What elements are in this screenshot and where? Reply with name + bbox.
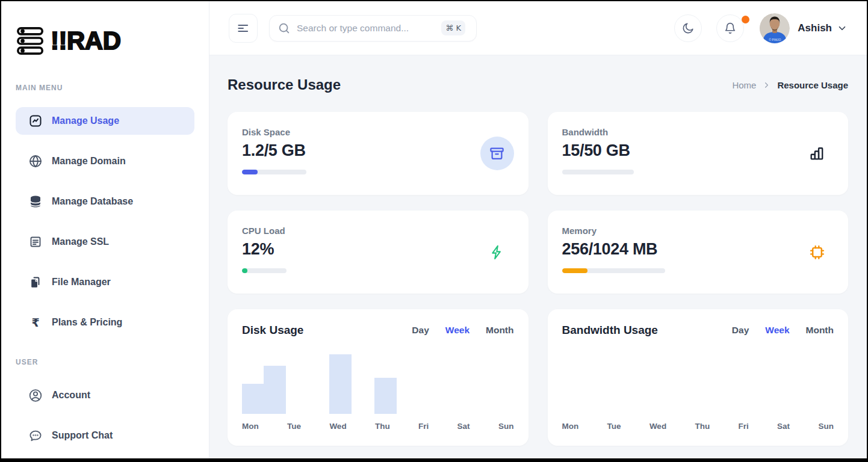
stat-label: Bandwidth (562, 127, 834, 137)
brand-name: !!RAD (51, 26, 120, 55)
chevron-down-icon[interactable] (837, 23, 848, 34)
sidebar-item-manage-ssl[interactable]: Manage SSL (16, 228, 194, 256)
search-placeholder: Search or type command... (297, 23, 409, 34)
sidebar-item-manage-domain[interactable]: Manage Domain (16, 147, 194, 175)
breadcrumb: Home Resource Usage (732, 80, 848, 90)
search-input[interactable]: Search or type command... ⌘ K (269, 15, 477, 42)
breadcrumb-current: Resource Usage (777, 80, 848, 90)
globe-icon (28, 154, 43, 168)
sidebar-item-account[interactable]: Account (16, 381, 194, 409)
sidebar-item-support-chat[interactable]: Support Chat (16, 422, 194, 449)
document-icon (28, 235, 43, 249)
sidebar-item-manage-usage[interactable]: Manage Usage (16, 107, 194, 135)
brand-logo[interactable]: !!RAD (16, 26, 194, 56)
files-icon (28, 275, 43, 289)
rupee-icon: ₹ (28, 315, 43, 330)
sidebar-toggle-button[interactable] (229, 14, 258, 43)
disk-usage-chart-card: Disk Usage Day Week Month (228, 309, 529, 446)
sidebar-section-user: USER (16, 358, 194, 366)
bar-tue (264, 366, 286, 414)
username: Ashish (798, 22, 832, 34)
main-content: Resource Usage Home Resource Usage Disk … (209, 55, 867, 458)
stat-value: 256/1024 MB (562, 240, 834, 259)
sidebar-item-plans-pricing[interactable]: ₹ Plans & Pricing (16, 309, 194, 336)
stat-value: 15/50 GB (562, 141, 834, 160)
disk-space-card: Disk Space 1.2/5 GB (228, 112, 529, 195)
bar-mon (242, 384, 264, 414)
bell-icon (724, 22, 737, 35)
bandwidth-usage-plot (562, 324, 834, 414)
cpu-progress-bar (242, 268, 287, 273)
breadcrumb-home-link[interactable]: Home (732, 80, 756, 90)
bar-thu (374, 378, 397, 414)
cpu-load-card: CPU Load 12% (228, 211, 529, 294)
bar-chart-icon (800, 137, 834, 170)
bolt-icon (480, 235, 514, 269)
bandwidth-progress-bar (562, 170, 634, 174)
disk-progress-bar (242, 170, 306, 174)
notifications-button[interactable] (716, 14, 744, 42)
sidebar: !!RAD MAIN MENU Manage Usage (1, 1, 209, 458)
user-circle-icon (28, 388, 43, 402)
bar-wed (329, 354, 352, 414)
notification-dot (742, 16, 749, 23)
search-shortcut-badge: ⌘ K (441, 20, 465, 35)
chevron-right-icon (762, 81, 771, 90)
align-left-icon (237, 22, 250, 35)
stat-value: 1.2/5 GB (242, 141, 514, 160)
sidebar-item-file-manager[interactable]: File Manager (16, 268, 194, 296)
stat-label: Memory (562, 226, 834, 236)
sidebar-item-manage-database[interactable]: Manage Database (16, 188, 194, 215)
search-icon (277, 22, 291, 35)
memory-card: Memory 256/1024 MB (548, 211, 849, 294)
chart-line-icon (28, 114, 43, 128)
bandwidth-card: Bandwidth 15/50 GB (548, 112, 849, 195)
cpu-chip-icon (800, 235, 834, 269)
memory-progress-bar (562, 268, 665, 273)
app-window: !!RAD MAIN MENU Manage Usage (1, 1, 867, 458)
avatar[interactable]: © PIMJO (760, 13, 790, 43)
bandwidth-usage-chart-card: Bandwidth Usage Day Week Month Mon Tue W… (548, 309, 849, 446)
stat-value: 12% (242, 240, 514, 259)
server-icon (16, 26, 46, 56)
database-icon (28, 194, 43, 209)
x-axis-labels: Mon Tue Wed Thu Fri Sat Sun (242, 422, 514, 431)
disk-usage-plot (242, 324, 514, 414)
x-axis-labels: Mon Tue Wed Thu Fri Sat Sun (562, 422, 834, 431)
sidebar-section-main-menu: MAIN MENU (16, 84, 194, 92)
stat-label: CPU Load (242, 226, 514, 236)
archive-icon (480, 137, 514, 170)
theme-toggle-button[interactable] (674, 14, 702, 42)
stat-label: Disk Space (242, 127, 514, 137)
topbar: Search or type command... ⌘ K (209, 1, 867, 55)
chat-bubble-icon (28, 428, 43, 443)
moon-icon (681, 22, 695, 35)
page-title: Resource Usage (228, 76, 341, 93)
